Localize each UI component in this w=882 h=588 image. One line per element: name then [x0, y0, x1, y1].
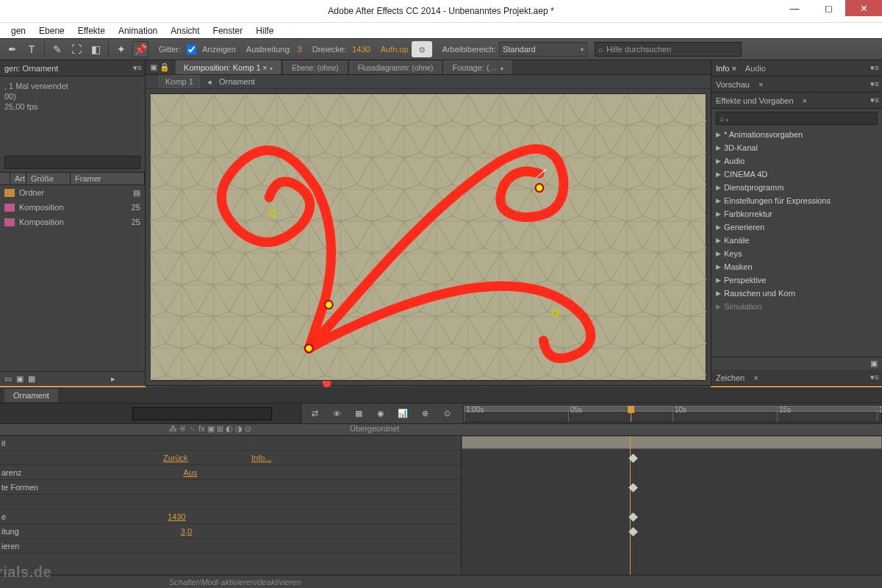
- layer-row[interactable]: itung3,0: [0, 524, 461, 539]
- layer-row[interactable]: it: [0, 436, 461, 451]
- project-item[interactable]: Ordner▤: [0, 185, 145, 200]
- project-item[interactable]: Komposition25: [0, 200, 145, 215]
- comp-tabrow: ▣ 🔒 Komposition: Komp 1 × Ebene: (ohne) …: [146, 60, 711, 75]
- project-search-input[interactable]: [4, 156, 140, 169]
- type-tool-icon[interactable]: T: [24, 41, 40, 57]
- preset-category[interactable]: ▶Dienstprogramm: [711, 181, 882, 194]
- brush-tool-icon[interactable]: ✎: [49, 41, 65, 57]
- roto-tool-icon[interactable]: ✦: [113, 41, 129, 57]
- record-label[interactable]: Aufn.op: [381, 45, 409, 54]
- track-area[interactable]: [462, 436, 882, 575]
- preset-category[interactable]: ▶Farbkorrektur: [711, 207, 882, 220]
- preset-category[interactable]: ▶Einstellungen für Expressions: [711, 194, 882, 207]
- preset-category[interactable]: ▶Rauschen und Korn: [711, 287, 882, 300]
- value-link[interactable]: 1430: [168, 512, 256, 521]
- breadcrumb-item[interactable]: Komp 1: [159, 75, 200, 88]
- viewer-tab[interactable]: Komposition: Komp 1 ×: [176, 60, 281, 74]
- breadcrumb-item[interactable]: Ornament: [219, 77, 255, 86]
- project-item[interactable]: Komposition25: [0, 215, 145, 229]
- maximize-button[interactable]: ◻: [811, 0, 845, 16]
- project-panel-tab[interactable]: gen: Ornament▾≡: [0, 60, 145, 76]
- minimize-button[interactable]: —: [778, 0, 811, 16]
- auto-keyframe-icon[interactable]: ⊙: [438, 405, 456, 423]
- help-search-input[interactable]: ⌕ Hilfe durchsuchen: [595, 42, 742, 57]
- new-bin-icon[interactable]: ▣: [870, 359, 878, 368]
- frame-blend-icon[interactable]: ▦: [350, 405, 368, 423]
- panel-menu-icon[interactable]: ▾≡: [870, 96, 879, 105]
- time-ruler[interactable]: 1:00s 05s 10s 15s 20s: [463, 405, 882, 423]
- motion-blur-icon[interactable]: ◉: [372, 405, 390, 423]
- preset-category[interactable]: ▶CINEMA 4D: [711, 168, 882, 181]
- switches-icon[interactable]: ⇄: [306, 405, 323, 423]
- menu-item[interactable]: Ebene: [32, 26, 71, 36]
- effects-presets-tab[interactable]: Effekte und Vorgaben ×▾≡: [711, 93, 882, 109]
- layer-row[interactable]: e1430: [0, 509, 461, 524]
- preset-category[interactable]: ▶Audio: [711, 154, 882, 168]
- value-link[interactable]: Zurück: [163, 453, 251, 462]
- info-tab[interactable]: Info ×: [716, 64, 736, 73]
- menu-item[interactable]: Hilfe: [249, 26, 280, 36]
- layer-row[interactable]: [0, 495, 461, 509]
- preset-category[interactable]: ▶* Animationsvorgaben: [711, 128, 882, 141]
- pen-tool-icon[interactable]: ✒: [4, 41, 21, 57]
- title-bar: Adobe After Effects CC 2014 - Unbenannte…: [0, 0, 882, 22]
- new-comp-icon[interactable]: ▦: [28, 374, 35, 384]
- preset-category[interactable]: ▶Generieren: [711, 220, 882, 234]
- panel-menu-icon[interactable]: ▾≡: [133, 63, 142, 73]
- viewer-tab[interactable]: Footage: (…: [444, 60, 511, 74]
- graph-editor-icon[interactable]: 📊: [394, 405, 412, 423]
- lock-icon[interactable]: ▣ 🔒: [150, 62, 170, 72]
- bit-depth-button[interactable]: ▭: [4, 374, 12, 384]
- menu-item[interactable]: Animation: [112, 26, 164, 36]
- character-tab[interactable]: Zeichen ×▾≡: [711, 370, 882, 386]
- eraser-tool-icon[interactable]: ◧: [87, 41, 104, 57]
- viewer-tab[interactable]: Ebene: (ohne): [284, 61, 346, 74]
- timeline-tabrow: Ornament: [0, 387, 882, 404]
- preset-category[interactable]: ▶Keys: [711, 247, 882, 260]
- timeline-tab[interactable]: Ornament: [4, 389, 58, 402]
- audio-tab[interactable]: Audio: [745, 64, 766, 73]
- record-icon[interactable]: ⊙: [412, 41, 432, 57]
- layer-row[interactable]: ZurückInfo...: [0, 451, 461, 465]
- shy-icon[interactable]: 👁: [328, 405, 345, 423]
- expansion-value[interactable]: 3: [298, 45, 302, 54]
- menu-item[interactable]: gen: [4, 26, 32, 36]
- value-link[interactable]: Info...: [251, 453, 272, 462]
- panel-menu-icon[interactable]: ▾≡: [870, 79, 879, 89]
- close-button[interactable]: ✕: [845, 0, 882, 16]
- layer-row[interactable]: arenzAus: [0, 465, 461, 480]
- preset-category[interactable]: ▶Simulation: [711, 300, 882, 313]
- preset-category[interactable]: ▶3D-Kanal: [711, 141, 882, 154]
- composition-viewer[interactable]: [150, 93, 706, 381]
- timeline-search-input[interactable]: [132, 407, 272, 420]
- puppet-tool-icon[interactable]: 📌: [132, 41, 148, 57]
- effects-search-input[interactable]: ⌕▾: [716, 112, 878, 125]
- value-link[interactable]: 3,0: [181, 527, 269, 536]
- panel-menu-icon[interactable]: ▾≡: [870, 373, 879, 382]
- triangles-value[interactable]: 1430: [352, 45, 370, 54]
- panel-menu-icon[interactable]: ▾≡: [870, 63, 879, 73]
- value-link[interactable]: Aus: [184, 468, 272, 477]
- menu-item[interactable]: Ansicht: [164, 26, 206, 36]
- workspace-label: Arbeitsbereich:: [442, 45, 496, 54]
- workspace-dropdown[interactable]: Standard: [499, 42, 587, 57]
- window-controls: — ◻ ✕: [778, 0, 882, 16]
- menu-item[interactable]: Effekte: [71, 26, 112, 36]
- preset-category[interactable]: ▶Perspektive: [711, 273, 882, 287]
- preview-tab[interactable]: Vorschau ×▾≡: [711, 76, 882, 93]
- grid-checkbox[interactable]: [187, 45, 196, 54]
- new-folder-icon[interactable]: ▣: [16, 374, 24, 384]
- layer-row[interactable]: te Formen: [0, 480, 461, 495]
- scroll-right-icon[interactable]: ▸: [111, 374, 115, 384]
- menu-item[interactable]: Fenster: [207, 26, 250, 36]
- watermark: rials.de: [0, 564, 51, 581]
- clone-tool-icon[interactable]: ⛶: [68, 41, 85, 57]
- preset-category[interactable]: ▶Masken: [711, 260, 882, 273]
- viewer-tab[interactable]: Flussdiagramm: (ohne): [350, 61, 442, 74]
- preset-category[interactable]: ▶Kanäle: [711, 234, 882, 247]
- grid-label: Gitter:: [159, 45, 181, 54]
- brainstorm-icon[interactable]: ⊕: [416, 405, 434, 423]
- playhead[interactable]: [631, 406, 631, 422]
- layer-bar[interactable]: [462, 436, 882, 449]
- layer-row[interactable]: ieren: [0, 539, 461, 553]
